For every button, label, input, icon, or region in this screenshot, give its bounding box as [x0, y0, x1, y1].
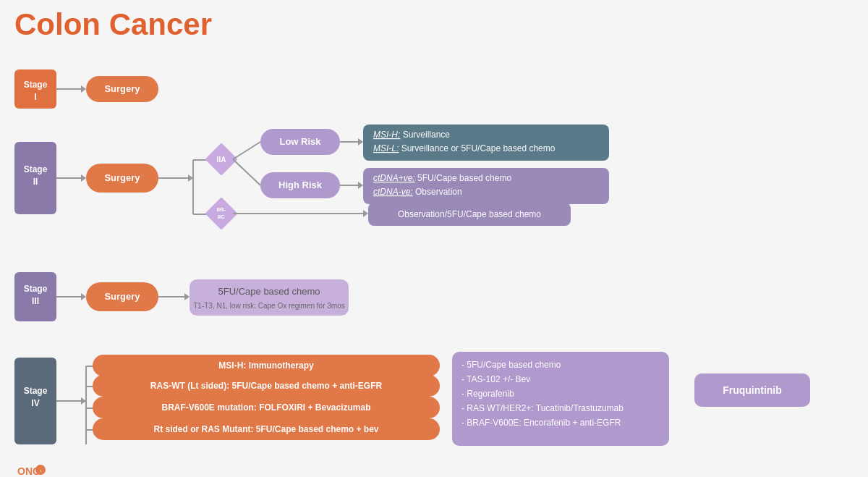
IIA-to-low — [233, 142, 260, 159]
stage3-label: Stage — [24, 284, 48, 294]
arrow-s3-head — [81, 293, 86, 300]
stage1-label2: I — [34, 92, 36, 102]
s4-info-3: - Regorafenib — [461, 389, 514, 399]
high-risk-ctdna-neg: ctDNA-ve: Observation — [373, 187, 462, 197]
arrow-s1-surgery-head — [81, 85, 86, 93]
IIA-to-high — [233, 159, 260, 185]
IIB-arrow-head — [363, 210, 368, 217]
fruq-label: Fruquintinib — [723, 384, 782, 396]
low-risk-label: Low Risk — [279, 136, 321, 147]
surgery-s3-label: Surgery — [104, 291, 140, 302]
s4-pill4-label: Rt sided or RAS Mutant: 5FU/Cape based c… — [153, 424, 378, 434]
arrow-branch-head — [188, 174, 193, 182]
stage2-label2: II — [33, 177, 38, 187]
s4-info-2: - TAS-102 +/- Bev — [461, 374, 530, 384]
logo-icon-label: ♀ — [38, 468, 42, 473]
chemo-s3-box — [190, 279, 349, 316]
IIB-info-label: Observation/5FU/Cape based chemo — [398, 209, 541, 219]
diamond-IIB-label1: IIB- — [217, 206, 226, 213]
low-risk-msi-l-label: MSI-L: Surveillance or 5FU/Cape based ch… — [373, 143, 556, 153]
diamond-IIA-label: IIA — [217, 156, 226, 164]
arrow-s4-head — [81, 397, 86, 405]
high-risk-label: High Risk — [278, 180, 323, 190]
stage2-label: Stage — [24, 164, 48, 174]
s4-pill2-label: RAS-WT (Lt sided): 5FU/Cape based chemo … — [150, 381, 383, 391]
high-risk-ctdna-pos: ctDNA+ve: 5FU/Cape based chemo — [373, 173, 511, 183]
flow-diagram: Stage I Surgery Stage II Surgery IIA — [14, 48, 854, 475]
stage1-label: Stage — [24, 80, 48, 90]
stage4-label: Stage — [24, 386, 48, 396]
surgery-s2-label: Surgery — [104, 172, 140, 183]
s4-pill1-label: MSI-H: Immunotherapy — [218, 360, 314, 371]
s4-info-5: - BRAF-V600E: Encorafenib + anti-EGFR — [461, 418, 621, 428]
stage3-label2: III — [32, 296, 39, 306]
high-risk-arrow-head — [358, 182, 363, 189]
arrow-s2-head — [81, 174, 86, 182]
s4-pill3-label: BRAF-V600E mutation: FOLFOXIRI + Bevaciz… — [161, 402, 370, 413]
stage4-label2: IV — [31, 398, 39, 408]
s4-info-1: - 5FU/Cape based chemo — [461, 360, 561, 370]
surgery-s1-label: Surgery — [104, 83, 140, 94]
low-risk-arrow-head — [358, 138, 363, 145]
diamond-IIB-label2: IIC — [218, 214, 225, 220]
arrow-s3-chemo-head — [184, 293, 190, 300]
page-title: Colon Cancer — [14, 7, 854, 42]
chemo-s3-label: 5FU/Cape based chemo — [218, 286, 320, 297]
chemo-s3-sub: T1-T3, N1, low risk: Cape Ox regimen for… — [193, 302, 345, 310]
s4-info-4: - RAS WT/HER2+: Tucatinib/Trastuzumab — [461, 403, 624, 413]
low-risk-msi-h-label: MSI-H: Surveillance — [373, 130, 450, 140]
main-container: Colon Cancer Stage I Surgery Stage II Su… — [0, 0, 868, 477]
